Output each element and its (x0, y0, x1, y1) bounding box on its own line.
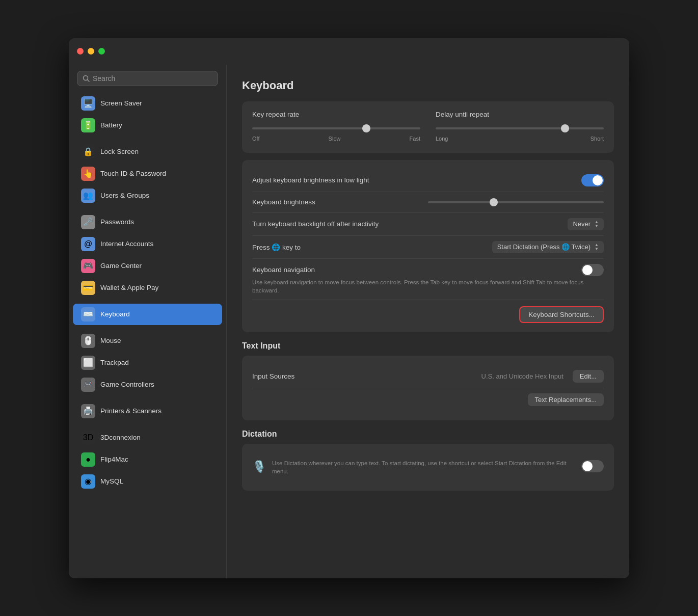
delay-long-label: Long (436, 136, 448, 142)
sidebar-label-game-controllers: Game Controllers (100, 381, 154, 388)
sidebar-separator (69, 396, 226, 400)
sidebar-item-wallet-apple-pay[interactable]: 💳Wallet & Apple Pay (73, 277, 222, 299)
page-title: Keyboard (242, 79, 614, 92)
titlebar (69, 38, 629, 65)
press-key-label: Press 🌐 key to (252, 243, 492, 251)
maximize-button[interactable] (98, 48, 105, 55)
stepper-down-arrow[interactable]: ▼ (595, 224, 599, 228)
sidebar-item-trackpad[interactable]: ⬜Trackpad (73, 352, 222, 373)
keyboard-nav-top: Keyboard navigation (252, 264, 604, 276)
dictation-card: 🎙️ Use Dictation wherever you can type t… (242, 444, 614, 491)
input-sources-value: U.S. and Unicode Hex Input (481, 372, 563, 380)
sidebar-item-internet-accounts[interactable]: @Internet Accounts (73, 233, 222, 255)
key-repeat-label: Key repeat rate (252, 111, 420, 118)
delay-repeat-group: Delay until repeat Long Short (436, 111, 604, 142)
keyboard-brightness-track (428, 201, 604, 203)
sidebar-item-flip4mac[interactable]: ●Flip4Mac (73, 449, 222, 470)
edit-input-sources-button[interactable]: Edit... (573, 370, 604, 383)
sidebar-icon-game-center: 🎮 (81, 259, 95, 273)
backlight-stepper[interactable]: Never ▲ ▼ (568, 218, 604, 230)
backlight-label: Turn keyboard backlight off after inacti… (252, 220, 568, 228)
keyboard-nav-row: Keyboard navigation Use keyboard navigat… (252, 259, 604, 300)
brightness-toggle-row: Adjust keyboard brightness in low light (252, 169, 604, 192)
sidebar-separator (69, 137, 226, 141)
keyboard-brightness-row: Keyboard brightness (252, 192, 604, 213)
search-icon (83, 75, 90, 82)
key-repeat-fast-label: Fast (410, 136, 420, 142)
text-input-card: Input Sources U.S. and Unicode Hex Input… (242, 356, 614, 420)
key-repeat-slow-label: Slow (329, 136, 341, 142)
key-repeat-off-label: Off (252, 136, 259, 142)
stepper-arrows: ▲ ▼ (595, 220, 599, 228)
close-button[interactable] (77, 48, 84, 55)
sidebar-item-users-groups[interactable]: 👥Users & Groups (73, 185, 222, 206)
sidebar-item-lock-screen[interactable]: 🔒Lock Screen (73, 141, 222, 163)
sidebar-icon-3dconnexion: 3D (81, 431, 95, 445)
keyboard-nav-desc: Use keyboard navigation to move focus be… (252, 278, 604, 294)
sidebar-label-internet-accounts: Internet Accounts (100, 240, 153, 248)
minimize-button[interactable] (88, 48, 94, 55)
search-box[interactable]: Search (77, 71, 218, 86)
sidebar-label-users-groups: Users & Groups (100, 192, 149, 199)
sidebar-icon-users-groups: 👥 (81, 189, 95, 203)
sidebar-label-flip4mac: Flip4Mac (100, 456, 128, 463)
keyboard-nav-toggle[interactable] (581, 264, 604, 276)
delay-repeat-track (436, 127, 604, 129)
sidebar-item-keyboard[interactable]: ⌨️Keyboard (73, 304, 222, 325)
sidebar: Search 🖥️Screen Saver🔋Battery🔒Lock Scree… (69, 65, 227, 578)
keyboard-brightness-slider-wrap[interactable] (428, 197, 604, 207)
brightness-card: Adjust keyboard brightness in low light … (242, 160, 614, 332)
brightness-label: Adjust keyboard brightness in low light (252, 176, 581, 184)
sidebar-item-mouse[interactable]: 🖱️Mouse (73, 330, 222, 352)
sidebar-separator (69, 326, 226, 330)
sidebar-separator (69, 207, 226, 211)
sidebar-separator (69, 422, 226, 426)
sidebar-label-battery: Battery (100, 121, 122, 129)
delay-repeat-labels: Long Short (436, 136, 604, 142)
press-key-stepper[interactable]: Start Dictation (Press 🌐 Twice) ▲ ▼ (492, 241, 604, 253)
key-repeat-slider-wrap[interactable] (252, 123, 420, 133)
brightness-toggle-thumb (593, 175, 603, 185)
sidebar-item-3dconnexion[interactable]: 3D3Dconnexion (73, 427, 222, 448)
sidebar-item-passwords[interactable]: 🗝️Passwords (73, 211, 222, 233)
text-replacements-button[interactable]: Text Replacements... (528, 393, 604, 406)
dictation-toggle-thumb (582, 461, 593, 471)
search-container: Search (69, 65, 226, 92)
keyboard-brightness-thumb[interactable] (490, 198, 498, 206)
sidebar-label-trackpad: Trackpad (100, 359, 129, 366)
sidebar-label-touch-id-password: Touch ID & Password (100, 170, 166, 177)
delay-repeat-slider-wrap[interactable] (436, 123, 604, 133)
sidebar-label-keyboard: Keyboard (100, 310, 130, 318)
sidebar-item-battery[interactable]: 🔋Battery (73, 115, 222, 136)
text-replacements-row: Text Replacements... (252, 388, 604, 411)
keyboard-shortcuts-button[interactable]: Keyboard Shortcuts... (519, 306, 604, 323)
key-repeat-labels: Off Slow Fast (252, 136, 420, 142)
sidebar-item-mysql[interactable]: ◉MySQL (73, 471, 222, 492)
sidebar-label-wallet-apple-pay: Wallet & Apple Pay (100, 284, 158, 291)
sidebar-item-printers-scanners[interactable]: 🖨️Printers & Scanners (73, 400, 222, 422)
sidebar-icon-mysql: ◉ (81, 474, 95, 489)
keyboard-nav-toggle-thumb (582, 265, 593, 275)
search-placeholder: Search (93, 74, 115, 83)
sidebar-icon-flip4mac: ● (81, 452, 95, 467)
sidebar-label-mouse: Mouse (100, 337, 121, 344)
sidebar-icon-printers-scanners: 🖨️ (81, 404, 95, 418)
delay-repeat-thumb[interactable] (561, 124, 569, 132)
sidebar-icon-trackpad: ⬜ (81, 356, 95, 370)
sidebar-icon-mouse: 🖱️ (81, 334, 95, 348)
sidebar-item-screen-saver[interactable]: 🖥️Screen Saver (73, 93, 222, 114)
sidebar-label-mysql: MySQL (100, 477, 123, 485)
sidebar-item-game-controllers[interactable]: 🎮Game Controllers (73, 374, 222, 395)
sidebar-item-game-center[interactable]: 🎮Game Center (73, 255, 222, 277)
key-repeat-thumb[interactable] (362, 124, 370, 132)
main-content: Keyboard Key repeat rate Off (227, 65, 629, 578)
brightness-toggle[interactable] (581, 174, 604, 186)
sidebar-icon-game-controllers: 🎮 (81, 378, 95, 392)
input-sources-row: Input Sources U.S. and Unicode Hex Input… (252, 365, 604, 388)
dictation-desc: Use Dictation wherever you can type text… (272, 459, 575, 475)
press-key-down-arrow[interactable]: ▼ (595, 247, 599, 251)
slider-section: Key repeat rate Off Slow Fast (252, 111, 604, 142)
dictation-toggle[interactable] (581, 460, 604, 472)
sidebar-item-touch-id-password[interactable]: 👆Touch ID & Password (73, 163, 222, 184)
sidebar-icon-touch-id-password: 👆 (81, 167, 95, 181)
